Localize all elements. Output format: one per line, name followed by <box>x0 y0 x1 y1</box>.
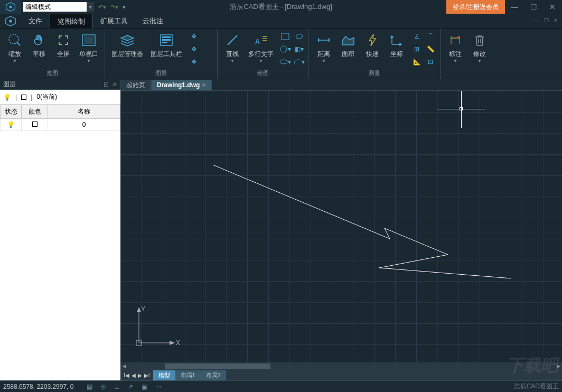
block-icon[interactable]: ◧▾ <box>293 43 305 55</box>
panel-close-icon[interactable]: ✕ <box>112 81 117 88</box>
distance-icon <box>315 32 332 49</box>
ellipse-icon[interactable]: ▾ <box>279 56 292 68</box>
measure-ruler-icon[interactable]: 📐 <box>410 56 423 68</box>
ribbon-group-measure: 距离▼ 面积 快速 坐标 ∠ ⌒ ⊞ 📏 📐 ⊡ 测量 <box>309 29 441 79</box>
qat-dropdown[interactable]: ▾ <box>123 4 126 11</box>
fullscreen-icon <box>55 32 72 49</box>
tab-close-icon[interactable]: ✕ <box>202 82 206 88</box>
arc-icon[interactable]: ▾ <box>293 56 305 68</box>
layer-panel: 图层 ⊟ ✕ 💡 | | 0(当前) 状态 颜色 名称 💡 <box>0 79 120 380</box>
measure-sum-icon[interactable]: ⊞ <box>410 43 423 55</box>
area-button[interactable]: 面积 <box>336 31 360 60</box>
tab-start-page[interactable]: 起始页 <box>120 80 151 90</box>
layer-props-icon[interactable]: ❖ <box>188 43 200 55</box>
revision-cloud-icon[interactable] <box>293 31 305 42</box>
annotate-button[interactable]: 标注▼ <box>444 31 467 64</box>
quick-measure-button[interactable]: 快速 <box>361 31 384 60</box>
ribbon-group-view: 缩放▼ 平移 全屏 单视口▼ 览图 <box>0 29 105 79</box>
ribbon-group-layer: 图层管理器 图层工具栏 ❖ ❖ ❖ 图层 <box>105 29 218 79</box>
measure-angle-icon[interactable]: ∠ <box>410 31 423 42</box>
scroll-right-arrow[interactable]: ▶ <box>555 363 562 369</box>
osnap-toggle-icon[interactable]: ▣ <box>139 382 149 391</box>
measure-more-icon[interactable]: ⊡ <box>424 56 437 68</box>
layout-tabs: I◀ ◀ ▶ ▶I 模型 布局1 布局2 <box>120 370 562 380</box>
app-icon[interactable] <box>0 0 21 14</box>
coord-button[interactable]: 坐标 <box>385 31 408 60</box>
mdi-restore-button[interactable]: ❐ <box>543 17 549 23</box>
modify-button[interactable]: 修改▼ <box>468 31 491 64</box>
circle-icon[interactable]: ▾ <box>279 43 292 55</box>
polar-toggle-icon[interactable]: ↗ <box>125 382 136 391</box>
col-color[interactable]: 颜色 <box>22 105 48 119</box>
zoom-button[interactable]: 缩放▼ <box>3 31 26 64</box>
lineweight-toggle-icon[interactable]: ▭ <box>153 382 163 391</box>
svg-text:Y: Y <box>141 306 145 313</box>
workspace: 图层 ⊟ ✕ 💡 | | 0(当前) 状态 颜色 名称 💡 <box>0 79 562 380</box>
login-register-button[interactable]: 登录/注册送会员 <box>446 0 505 14</box>
svg-rect-10 <box>162 39 171 41</box>
layout-next-icon[interactable]: ▶ <box>138 372 142 378</box>
layer-more-icon[interactable]: ❖ <box>188 56 200 68</box>
snap-toggle-icon[interactable]: ◎ <box>98 382 108 391</box>
app-logo-small[interactable] <box>0 14 21 28</box>
line-button[interactable]: 直线▼ <box>221 31 244 64</box>
ucs-icon: Y X <box>134 306 181 350</box>
horizontal-scrollbar[interactable]: ◀ ▶ <box>120 362 562 370</box>
mdi-minimize-button[interactable]: — <box>533 17 540 23</box>
tab-layout2[interactable]: 布局2 <box>201 370 226 380</box>
layout-first-icon[interactable]: I◀ <box>124 372 129 378</box>
svg-rect-7 <box>84 36 93 44</box>
menu-cloud-annotate[interactable]: 云批注 <box>135 14 171 28</box>
layout-prev-icon[interactable]: ◀ <box>132 372 136 378</box>
tab-layout1[interactable]: 布局1 <box>175 370 201 380</box>
rectangle-icon[interactable] <box>279 31 292 42</box>
menu-file[interactable]: 文件 <box>21 14 50 28</box>
table-row[interactable]: 💡 0 <box>1 119 120 131</box>
delete-icon <box>471 32 488 49</box>
layer-state-icon[interactable]: ❖ <box>188 31 200 42</box>
line-icon <box>224 32 241 49</box>
layer-manager-button[interactable]: 图层管理器 <box>108 31 146 60</box>
window-title: 浩辰CAD看图王 - [Drawing1.dwg] <box>230 2 332 12</box>
drawing-canvas[interactable]: Y X <box>120 91 562 362</box>
col-name[interactable]: 名称 <box>48 105 120 119</box>
minimize-button[interactable]: — <box>505 0 524 14</box>
svg-point-22 <box>457 36 460 38</box>
group-label-measure: 测量 <box>312 68 437 79</box>
ortho-toggle-icon[interactable]: ⊥ <box>111 382 122 391</box>
distance-button[interactable]: 距离▼ <box>312 31 335 64</box>
menu-bar: 文件 览图绘制 扩展工具 云批注 — ❐ ✕ <box>0 14 562 29</box>
undo-button[interactable]: ↶▾ <box>98 4 106 11</box>
grid-toggle-icon[interactable]: ▦ <box>84 382 95 391</box>
redo-button[interactable]: ↷▾ <box>110 4 118 11</box>
tab-model[interactable]: 模型 <box>153 370 175 380</box>
tab-drawing1[interactable]: Drawing1.dwg ✕ <box>151 80 212 90</box>
scroll-thumb[interactable] <box>165 363 270 369</box>
mode-selector[interactable]: 编辑模式 <box>23 2 87 12</box>
maximize-button[interactable]: ☐ <box>524 0 543 14</box>
current-layer-row[interactable]: 💡 | | 0(当前) <box>0 90 120 105</box>
svg-point-1 <box>10 6 12 8</box>
layers-icon <box>119 32 136 49</box>
layer-toolbar-icon <box>158 32 175 49</box>
group-label-draw: 绘图 <box>221 68 305 79</box>
panel-pin-icon[interactable]: ⊟ <box>104 81 109 88</box>
mdi-close-button[interactable]: ✕ <box>552 17 559 23</box>
layout-last-icon[interactable]: ▶I <box>144 372 150 378</box>
col-state[interactable]: 状态 <box>1 105 22 119</box>
mtext-button[interactable]: A 多行文字▼ <box>245 31 277 64</box>
measure-arc-icon[interactable]: ⌒ <box>424 31 437 42</box>
svg-point-18 <box>280 46 287 52</box>
scroll-left-arrow[interactable]: ◀ <box>120 363 128 369</box>
mode-dropdown-arrow[interactable]: ▾ <box>87 2 94 12</box>
close-button[interactable]: ✕ <box>543 0 562 14</box>
layer-toolbar-button[interactable]: 图层工具栏 <box>147 31 185 60</box>
singleview-button[interactable]: 单视口▼ <box>76 31 101 64</box>
bulb-icon: 💡 <box>7 121 15 128</box>
menu-view-draw[interactable]: 览图绘制 <box>50 14 93 29</box>
pan-button[interactable]: 平移 <box>27 31 51 60</box>
menu-extend[interactable]: 扩展工具 <box>93 14 135 28</box>
svg-marker-26 <box>137 307 141 312</box>
measure-scale-icon[interactable]: 📏 <box>424 43 437 55</box>
fullscreen-button[interactable]: 全屏 <box>52 31 75 60</box>
